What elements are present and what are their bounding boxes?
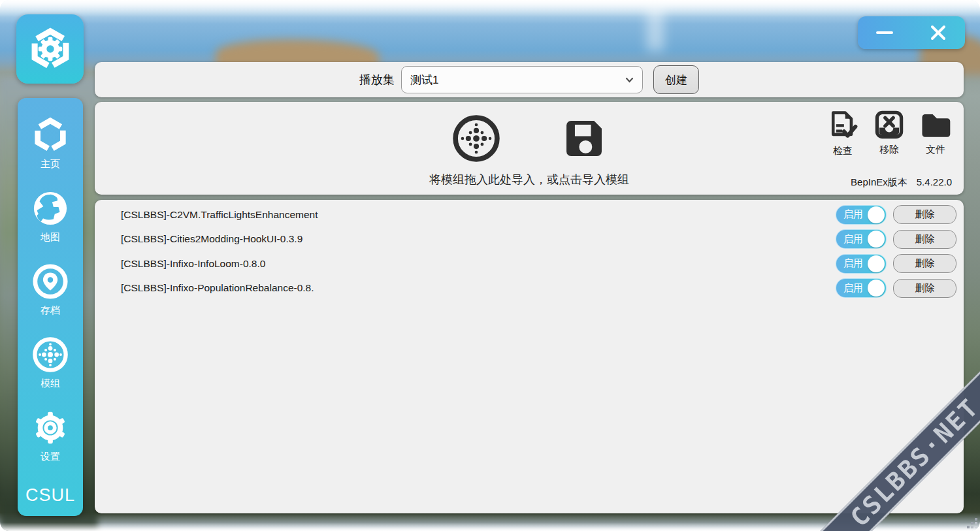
- mod-name: [CSLBBS]-C2VM.TrafficLightsEnhancement: [121, 209, 320, 221]
- delete-mod-button[interactable]: 删除: [893, 205, 956, 224]
- hexagon-gear-logo-icon: [29, 27, 72, 71]
- toggle-knob: [868, 255, 885, 272]
- action-label: 检查: [833, 145, 853, 157]
- minus-icon: [876, 31, 893, 35]
- playset-label: 播放集: [359, 72, 395, 88]
- map-pin-icon: [32, 263, 69, 300]
- mod-row: [CSLBBS]-C2VM.TrafficLightsEnhancement 启…: [95, 202, 964, 227]
- enable-toggle-label: 启用: [843, 233, 863, 246]
- gear-icon: [32, 410, 69, 446]
- sidebar-item-maps[interactable]: 地图: [18, 180, 83, 253]
- mod-row: [CSLBBS]-Infixo-InfoLoom-0.8.0 启用 删除: [95, 251, 964, 276]
- app-logo-button[interactable]: [16, 14, 84, 84]
- hexagon-home-icon: [32, 117, 69, 153]
- sidebar-item-mods[interactable]: 模组: [18, 327, 83, 400]
- mod-list-panel: [CSLBBS]-C2VM.TrafficLightsEnhancement 启…: [95, 200, 964, 513]
- minimize-button[interactable]: [858, 16, 911, 49]
- mod-row-controls: 启用 删除: [836, 205, 956, 225]
- action-label: 移除: [879, 144, 899, 156]
- mod-row-controls: 启用 删除: [836, 229, 956, 249]
- document-check-icon: [827, 110, 858, 141]
- enable-toggle[interactable]: 启用: [836, 229, 887, 249]
- mods-dots-icon: [452, 114, 500, 163]
- sidebar-item-settings[interactable]: 设置: [18, 400, 83, 473]
- x-icon: [930, 25, 946, 40]
- delete-mod-button[interactable]: 删除: [893, 230, 956, 249]
- check-mods-button[interactable]: 检查: [824, 110, 862, 157]
- mod-drop-zone[interactable]: 将模组拖入此处导入，或点击导入模组: [294, 107, 764, 187]
- drop-zone-icons: [452, 107, 606, 170]
- import-panel: 将模组拖入此处导入，或点击导入模组 检查: [95, 102, 964, 195]
- brand-text: CSUL: [25, 485, 75, 506]
- toggle-knob: [868, 206, 885, 223]
- create-playset-button[interactable]: 创建: [653, 65, 699, 94]
- app-window: 主页 地图 存档: [0, 0, 980, 531]
- enable-toggle[interactable]: 启用: [836, 205, 887, 225]
- drop-zone-hint: 将模组拖入此处导入，或点击导入模组: [429, 172, 629, 187]
- sidebar-item-home[interactable]: 主页: [18, 107, 83, 180]
- floppy-disk-icon: [562, 116, 606, 161]
- window-top-glow: [0, 0, 980, 17]
- mod-name: [CSLBBS]-Infixo-InfoLoom-0.8.0: [121, 258, 320, 270]
- toggle-knob: [868, 231, 885, 248]
- enable-toggle-label: 启用: [843, 282, 863, 295]
- sidebar-item-label: 主页: [41, 158, 60, 170]
- enable-toggle[interactable]: 启用: [836, 254, 887, 274]
- delete-mod-button[interactable]: 删除: [893, 254, 956, 273]
- playset-select[interactable]: 测试1: [401, 66, 643, 93]
- bepinex-version-value: 5.4.22.0: [917, 176, 952, 189]
- sidebar-item-label: 模组: [41, 378, 60, 390]
- playset-selected-value: 测试1: [410, 72, 438, 88]
- remove-box-icon: [874, 110, 904, 140]
- playset-bar: 播放集 测试1 创建: [95, 62, 964, 97]
- remove-mods-button[interactable]: 移除: [870, 110, 908, 157]
- sidebar-item-saves[interactable]: 存档: [18, 253, 83, 327]
- close-button[interactable]: [911, 16, 965, 49]
- mod-name: [CSLBBS]-Cities2Modding-HookUI-0.3.9: [121, 233, 320, 245]
- mod-row: [CSLBBS]-Infixo-PopulationRebalance-0.8.…: [95, 276, 964, 301]
- mod-row: [CSLBBS]-Cities2Modding-HookUI-0.3.9 启用 …: [95, 227, 964, 252]
- corner-pixel-icon: [975, 526, 977, 528]
- mods-dots-icon: [32, 336, 69, 373]
- mod-actions: 检查 移除: [824, 110, 955, 157]
- mod-name: [CSLBBS]-Infixo-PopulationRebalance-0.8.: [121, 282, 320, 294]
- bepinex-version-label: BepInEx版本: [851, 176, 907, 189]
- open-files-button[interactable]: 文件: [917, 110, 955, 157]
- toggle-knob: [868, 280, 885, 297]
- mod-row-controls: 启用 删除: [836, 278, 956, 298]
- window-controls: [858, 16, 965, 49]
- enable-toggle-label: 启用: [843, 257, 863, 270]
- sidebar-item-label: 地图: [41, 231, 60, 244]
- enable-toggle-label: 启用: [843, 208, 863, 221]
- sidebar-item-label: 设置: [41, 451, 60, 463]
- delete-mod-button[interactable]: 删除: [893, 279, 956, 298]
- folder-icon: [919, 110, 952, 140]
- enable-toggle[interactable]: 启用: [836, 278, 887, 298]
- sidebar-item-label: 存档: [41, 304, 60, 317]
- bepinex-version: BepInEx版本 5.4.22.0: [851, 176, 952, 189]
- sidebar: 主页 地图 存档: [18, 98, 83, 516]
- mod-row-controls: 启用 删除: [836, 254, 956, 274]
- action-label: 文件: [926, 144, 945, 156]
- chevron-down-icon: [625, 77, 634, 83]
- globe-icon: [32, 190, 69, 227]
